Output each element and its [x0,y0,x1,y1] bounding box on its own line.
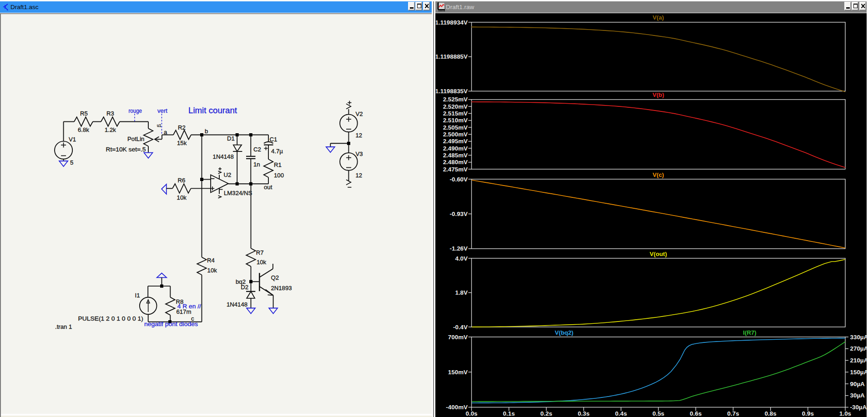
svg-text:1.1198885V: 1.1198885V [436,53,468,60]
svg-text:.tran 1: .tran 1 [55,323,72,330]
svg-text:negatif pont diodes: negatif pont diodes [144,321,198,327]
svg-text:-0.93V: -0.93V [450,211,468,217]
svg-text:-0.60V: -0.60V [450,176,468,183]
svg-text:0.8s: 0.8s [765,410,777,417]
svg-text:1.8V: 1.8V [455,289,468,296]
svg-text:2.515mV: 2.515mV [443,110,468,117]
svg-text:2.480mV: 2.480mV [443,159,468,166]
svg-text:2.505mV: 2.505mV [443,124,468,131]
svg-text:0.9s: 0.9s [802,410,814,417]
svg-text:V(b): V(b) [652,91,664,98]
svg-text:0.6s: 0.6s [690,410,701,417]
svg-text:-1.26V: -1.26V [450,245,468,252]
svg-text:I(R7): I(R7) [743,329,756,336]
svg-text:vert: vert [157,107,167,114]
svg-text:0.4s: 0.4s [615,410,627,417]
svg-text:R6: R6 [178,177,186,184]
svg-text:PULSE(1 2 0 1 0 0 0 1): PULSE(1 2 0 1 0 0 0 1) [78,315,143,322]
svg-text:Limit courant: Limit courant [188,106,237,115]
svg-text:150mV: 150mV [448,369,468,376]
svg-text:2.520mV: 2.520mV [443,103,468,110]
svg-text:1.2k: 1.2k [105,126,116,133]
svg-text:1N4148: 1N4148 [227,301,247,308]
svg-text:15k: 15k [177,140,187,146]
svg-text:R3: R3 [106,110,114,117]
svg-text:1N4148: 1N4148 [213,153,234,160]
svg-text:270µA: 270µA [850,345,868,352]
svg-text:Q2: Q2 [271,274,279,281]
svg-text:10k: 10k [207,267,217,274]
svg-text:10k: 10k [257,259,267,266]
svg-text:U2: U2 [224,171,232,178]
svg-text:4 R en //: 4 R en // [177,303,201,310]
svg-text:6.8k: 6.8k [78,126,89,133]
svg-text:5: 5 [70,159,73,166]
svg-text:12: 12 [356,132,363,139]
svg-text:0.5s: 0.5s [652,410,664,417]
svg-text:D1: D1 [227,135,235,142]
svg-text:LM324/NS: LM324/NS [224,190,252,196]
svg-text:R5: R5 [80,110,88,117]
svg-text:2.485mV: 2.485mV [443,152,468,159]
svg-text:2.475mV: 2.475mV [443,166,468,173]
svg-text:PotLin: PotLin [127,136,144,142]
svg-text:b: b [205,128,208,135]
svg-text:0.0s: 0.0s [465,410,477,417]
svg-text:10k: 10k [177,194,187,201]
svg-text:12: 12 [356,172,363,179]
svg-text:330µA: 330µA [850,334,868,341]
svg-text:-400mV: -400mV [446,404,468,411]
svg-text:150µA: 150µA [850,369,868,376]
svg-text:700mV: 700mV [448,334,468,341]
svg-text:4.7µ: 4.7µ [271,148,283,155]
svg-text:2.495mV: 2.495mV [443,138,468,145]
svg-text:30µA: 30µA [850,392,865,399]
svg-text:V(a): V(a) [653,14,664,21]
svg-text:C2: C2 [253,146,261,153]
svg-text:2.510mV: 2.510mV [443,117,468,124]
svg-text:0.2s: 0.2s [540,410,552,417]
svg-text:I1: I1 [135,292,140,299]
svg-text:-30µA: -30µA [850,404,867,411]
svg-text:R1: R1 [274,161,282,168]
svg-text:2.500mV: 2.500mV [443,131,468,138]
svg-text:2.525mV: 2.525mV [443,96,468,103]
svg-text:1.1198835V: 1.1198835V [436,88,468,95]
svg-text:C1: C1 [270,136,278,143]
svg-text:-0.4V: -0.4V [453,324,468,331]
svg-text:2.490mV: 2.490mV [443,145,468,152]
svg-text:1.1198934V: 1.1198934V [436,19,468,26]
svg-text:u1: u1 [157,123,161,128]
svg-text:out: out [264,184,273,191]
svg-text:V2: V2 [356,111,363,117]
svg-text:V(out): V(out) [650,251,667,257]
svg-text:V(bq2): V(bq2) [555,329,573,336]
svg-text:rouge: rouge [129,107,142,114]
svg-text:1n: 1n [253,161,260,168]
svg-text:V3: V3 [356,151,363,157]
svg-text:2N1893: 2N1893 [271,285,292,291]
svg-text:a: a [164,129,167,136]
svg-text:90µA: 90µA [850,381,865,387]
svg-text:1.0s: 1.0s [839,410,851,417]
svg-text:4.0V: 4.0V [455,255,468,262]
svg-text:0.1s: 0.1s [503,410,515,417]
svg-text:R2: R2 [178,124,186,131]
svg-text:Rt=10K set=.5: Rt=10K set=.5 [106,146,146,153]
svg-text:V(c): V(c) [653,171,664,178]
svg-text:0.3s: 0.3s [578,410,590,417]
svg-text:100: 100 [274,172,284,179]
svg-text:0.7s: 0.7s [727,410,739,417]
svg-text:210µA: 210µA [850,357,868,364]
svg-text:R7: R7 [256,249,264,256]
svg-text:R4: R4 [207,257,215,264]
svg-text:V1: V1 [69,136,76,143]
svg-text:D2: D2 [241,284,248,291]
